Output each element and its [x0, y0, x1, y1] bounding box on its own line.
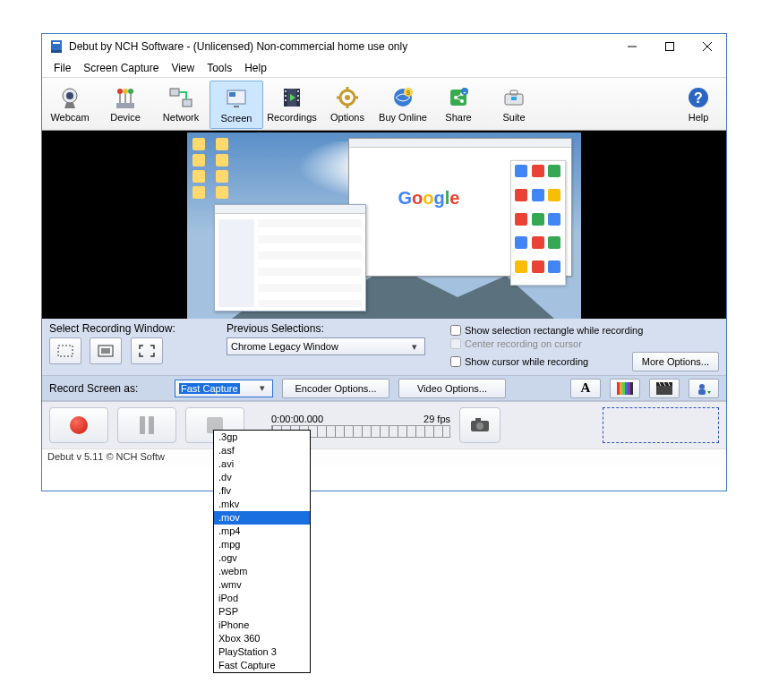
select-fullscreen-button[interactable] [131, 337, 163, 364]
center-on-cursor-checkbox[interactable]: Center recording on cursor [450, 338, 719, 351]
person-export-icon [696, 382, 712, 395]
format-option[interactable]: .webm [214, 565, 310, 578]
record-button[interactable] [49, 407, 108, 443]
format-option[interactable]: iPod [214, 592, 310, 605]
menu-tools[interactable]: Tools [201, 60, 238, 76]
selection-panel: Select Recording Window: Previous Select… [42, 319, 726, 376]
chevron-down-icon: ▾ [408, 341, 421, 353]
toolbar-buy-online[interactable]: $ Buy Online [375, 78, 431, 130]
format-option[interactable]: .3gp [214, 431, 310, 444]
toolbar-device[interactable]: Device [98, 78, 153, 130]
format-option[interactable]: .mov [214, 511, 310, 525]
transport-bar: 0:00:00.000 29 fps [42, 401, 726, 448]
app-icon [49, 39, 64, 54]
maximize-button[interactable] [651, 34, 689, 59]
toolbar-share[interactable]: + Share [431, 78, 486, 130]
effects-button[interactable] [649, 379, 680, 398]
format-combo-value: Fast Capture [179, 383, 240, 394]
toolbar-buy-label: Buy Online [379, 112, 427, 123]
toolbar-suite[interactable]: Suite [486, 78, 542, 130]
device-icon [113, 85, 138, 110]
toolbar-screen[interactable]: Screen [210, 81, 263, 129]
show-cursor-checkbox[interactable]: Show cursor while recording [450, 354, 588, 369]
toolbar-options[interactable]: Options [320, 78, 375, 130]
previous-selections-value: Chrome Legacy Window [231, 341, 338, 352]
camera-icon [470, 418, 490, 432]
format-option[interactable]: .dv [214, 471, 310, 484]
svg-rect-56 [617, 382, 620, 395]
record-icon [70, 416, 88, 434]
close-button[interactable] [689, 34, 726, 59]
window-controls [613, 34, 726, 59]
svg-point-70 [476, 423, 483, 430]
network-icon [168, 85, 193, 110]
snapshot-button[interactable] [459, 407, 500, 443]
previous-selections-label: Previous Selections: [227, 322, 432, 335]
menu-screen-capture[interactable]: Screen Capture [77, 60, 165, 76]
svg-text:?: ? [694, 90, 703, 106]
video-options-button[interactable]: Video Options... [398, 379, 506, 398]
desktop-icons [192, 138, 232, 199]
format-option[interactable]: .avi [214, 457, 310, 471]
format-option[interactable]: Fast Capture [214, 659, 310, 672]
format-option[interactable]: .mkv [214, 498, 310, 511]
menu-help[interactable]: Help [238, 60, 273, 76]
pause-button[interactable] [117, 407, 176, 443]
format-option[interactable]: .flv [214, 484, 310, 498]
show-selection-rect-checkbox[interactable]: Show selection rectangle while recording [450, 324, 719, 337]
google-apps-panel [510, 160, 566, 286]
screen-preview: Google [187, 132, 581, 319]
toolbar-recordings-label: Recordings [267, 112, 317, 123]
color-bars-icon [617, 382, 633, 395]
format-option[interactable]: PSP [214, 605, 310, 619]
google-logo: Google [349, 188, 509, 209]
toolbar-help-label: Help [689, 112, 709, 123]
toolbar-help[interactable]: ? Help [671, 78, 726, 130]
svg-rect-16 [170, 89, 179, 96]
format-option[interactable]: .ogv [214, 551, 310, 565]
watermark-button[interactable] [689, 379, 719, 398]
svg-point-24 [285, 90, 287, 92]
more-options-button[interactable]: More Options... [632, 352, 719, 371]
suite-icon [501, 85, 526, 110]
help-icon: ? [686, 85, 711, 110]
main-toolbar: Webcam Device Network Screen Recordings … [42, 77, 726, 131]
format-option[interactable]: .wmv [214, 578, 310, 592]
format-option[interactable]: .asf [214, 444, 310, 457]
screen-icon [224, 86, 249, 111]
previous-selections-combo[interactable]: Chrome Legacy Window ▾ [227, 337, 425, 355]
select-window-button[interactable] [90, 337, 122, 364]
format-option[interactable]: iPhone [214, 619, 310, 632]
text-a-icon: A [581, 380, 591, 396]
menu-file[interactable]: File [47, 60, 77, 76]
format-option[interactable]: .mpg [214, 538, 310, 551]
statusbar: Debut v 5.11 © NCH Softw [42, 448, 726, 466]
select-rectangle-button[interactable] [49, 337, 81, 364]
svg-point-32 [345, 95, 350, 100]
svg-rect-17 [183, 99, 192, 107]
color-adjust-button[interactable] [610, 379, 640, 398]
titlebar: Debut by NCH Software - (Unlicensed) Non… [42, 34, 726, 59]
toolbar-network[interactable]: Network [153, 78, 209, 130]
svg-rect-60 [628, 382, 630, 395]
toolbar-share-label: Share [445, 112, 471, 123]
svg-point-11 [128, 89, 133, 94]
svg-rect-2 [51, 50, 62, 53]
window-title: Debut by NCH Software - (Unlicensed) Non… [69, 40, 613, 53]
svg-point-9 [117, 89, 123, 94]
format-option[interactable]: Xbox 360 [214, 632, 310, 645]
toolbar-webcam[interactable]: Webcam [42, 78, 98, 130]
pause-icon [140, 416, 154, 434]
format-combo[interactable]: Fast Capture ▾ [175, 380, 273, 397]
toolbar-options-label: Options [330, 112, 364, 123]
encoder-options-button[interactable]: Encoder Options... [282, 379, 389, 398]
menu-view[interactable]: View [165, 60, 201, 76]
format-option[interactable]: .mp4 [214, 525, 310, 538]
text-overlay-button[interactable]: A [570, 379, 601, 398]
minimize-button[interactable] [613, 34, 651, 59]
toolbar-recordings[interactable]: Recordings [264, 78, 320, 130]
format-dropdown-list[interactable]: .3gp.asf.avi.dv.flv.mkv.mov.mp4.mpg.ogv.… [213, 430, 311, 673]
format-option[interactable]: PlayStation 3 [214, 645, 310, 659]
toolbar-webcam-label: Webcam [50, 112, 89, 123]
svg-rect-15 [116, 103, 134, 108]
